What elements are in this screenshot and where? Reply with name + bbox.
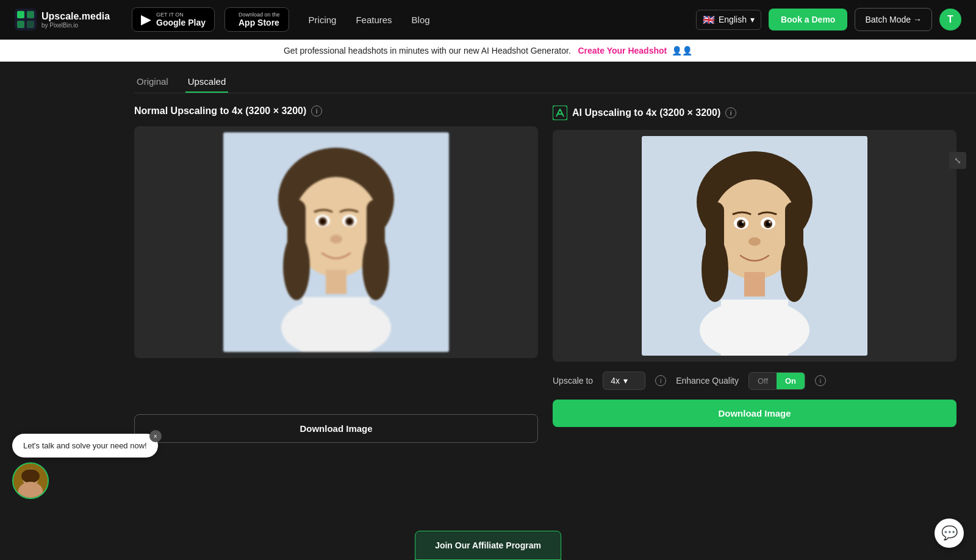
tab-upscaled[interactable]: Upscaled <box>185 71 229 93</box>
upscale-label: Upscale to <box>553 376 593 386</box>
avatar[interactable]: T <box>939 9 961 31</box>
flag-icon: 🇬🇧 <box>703 14 715 26</box>
logo-sub: by PixelBin.io <box>41 22 110 29</box>
svg-point-18 <box>330 235 342 243</box>
language-selector[interactable]: 🇬🇧 English ▾ <box>696 10 761 30</box>
left-panel: Normal Upscaling to 4x (3200 × 3200) i <box>134 106 538 443</box>
svg-point-28 <box>702 236 728 302</box>
left-download-button[interactable]: Download Image <box>134 414 538 443</box>
chat-bubble-text: Let's talk and solve your need now! <box>23 441 147 450</box>
chat-avatar[interactable] <box>12 462 49 499</box>
chevron-down-icon: ▾ <box>750 15 755 24</box>
left-panel-title: Normal Upscaling to 4x (3200 × 3200) i <box>134 106 538 117</box>
svg-point-11 <box>362 233 389 300</box>
tab-original[interactable]: Original <box>134 71 171 93</box>
logo-text: Upscale.media by PixelBin.io <box>41 11 110 29</box>
support-chat-button[interactable]: 💬 <box>935 519 964 548</box>
nav-right: 🇬🇧 English ▾ Book a Demo Batch Mode → T <box>696 8 961 31</box>
left-controls-placeholder <box>134 368 538 404</box>
nav-link-features[interactable]: Features <box>356 15 392 25</box>
right-girl-svg <box>642 136 867 356</box>
toggle-off-option[interactable]: Off <box>749 373 777 389</box>
svg-rect-2 <box>27 11 34 18</box>
svg-rect-19 <box>326 270 346 294</box>
right-image-container <box>553 130 956 362</box>
chat-widget: Let's talk and solve your need now! × <box>12 434 158 499</box>
left-image <box>223 132 449 352</box>
svg-rect-41 <box>721 300 788 356</box>
svg-point-37 <box>769 221 771 223</box>
svg-point-17 <box>347 219 352 224</box>
right-panel-title: AI Upscaling to 4x (3200 × 3200) i <box>553 106 956 120</box>
svg-point-38 <box>748 237 761 246</box>
svg-rect-22 <box>553 106 567 120</box>
dropdown-chevron-icon: ▾ <box>623 376 628 386</box>
batch-mode-button[interactable]: Batch Mode → <box>855 8 932 31</box>
announcement-bar: Get professional headshots in minutes wi… <box>0 40 976 62</box>
enhance-label: Enhance Quality <box>676 376 739 386</box>
left-girl-svg <box>223 132 449 352</box>
svg-point-16 <box>320 219 325 224</box>
svg-point-36 <box>742 221 744 223</box>
right-image <box>642 136 867 356</box>
announcement-cta[interactable]: Create Your Headshot <box>578 46 667 56</box>
nav-link-blog[interactable]: Blog <box>412 15 430 25</box>
left-image-container <box>134 126 538 358</box>
svg-rect-39 <box>744 272 765 296</box>
ai-upscale-icon <box>553 106 567 120</box>
tabs: Original Upscaled <box>134 71 976 93</box>
chat-close-button[interactable]: × <box>149 430 162 442</box>
svg-point-29 <box>781 236 808 302</box>
announcement-text: Get professional headshots in minutes wi… <box>284 46 571 56</box>
nav-links: Pricing Features Blog <box>309 15 686 25</box>
app-store-text: Download on the App Store <box>239 12 280 27</box>
svg-rect-1 <box>17 11 24 18</box>
support-chat-icon: 💬 <box>941 525 958 541</box>
chat-bubble: Let's talk and solve your need now! × <box>12 434 158 458</box>
svg-rect-3 <box>17 21 24 28</box>
svg-rect-4 <box>27 21 34 28</box>
nav-link-pricing[interactable]: Pricing <box>309 15 337 25</box>
chat-avatar-image <box>13 464 48 498</box>
logo-icon <box>15 9 37 31</box>
svg-rect-21 <box>303 297 370 352</box>
book-demo-button[interactable]: Book a Demo <box>769 9 847 31</box>
app-store-button[interactable]: Download on the App Store <box>224 7 289 32</box>
svg-point-44 <box>21 469 40 483</box>
google-play-button[interactable]: ▶ GET IT ON Google Play <box>132 7 215 32</box>
logo-main: Upscale.media <box>41 11 110 22</box>
left-panel-info-icon[interactable]: i <box>311 106 322 117</box>
right-download-button[interactable]: Download Image <box>553 400 956 427</box>
language-label: English <box>719 15 747 24</box>
comparison-area: Normal Upscaling to 4x (3200 × 3200) i <box>134 106 976 443</box>
toggle-on-option[interactable]: On <box>777 373 805 389</box>
svg-point-10 <box>283 233 310 300</box>
upscale-info-icon[interactable]: i <box>655 375 666 386</box>
enhance-info-icon[interactable]: i <box>815 375 826 386</box>
right-panel: AI Upscaling to 4x (3200 × 3200) i <box>553 106 956 443</box>
google-play-icon: ▶ <box>141 12 151 27</box>
affiliate-banner[interactable]: Join Our Affiliate Program <box>415 531 561 560</box>
google-play-text: GET IT ON Google Play <box>156 12 206 27</box>
logo-area[interactable]: Upscale.media by PixelBin.io <box>15 9 110 31</box>
enhance-quality-toggle[interactable]: Off On <box>748 372 805 390</box>
upscale-value: 4x <box>611 376 620 386</box>
right-panel-info-icon[interactable]: i <box>725 107 736 118</box>
right-controls: Upscale to 4x ▾ i Enhance Quality Off On… <box>553 372 956 390</box>
affiliate-banner-text: Join Our Affiliate Program <box>435 540 541 550</box>
navbar: Upscale.media by PixelBin.io ▶ GET IT ON… <box>0 0 976 40</box>
expand-icon[interactable]: ⤡ <box>949 152 966 169</box>
upscale-dropdown[interactable]: 4x ▾ <box>603 372 645 390</box>
